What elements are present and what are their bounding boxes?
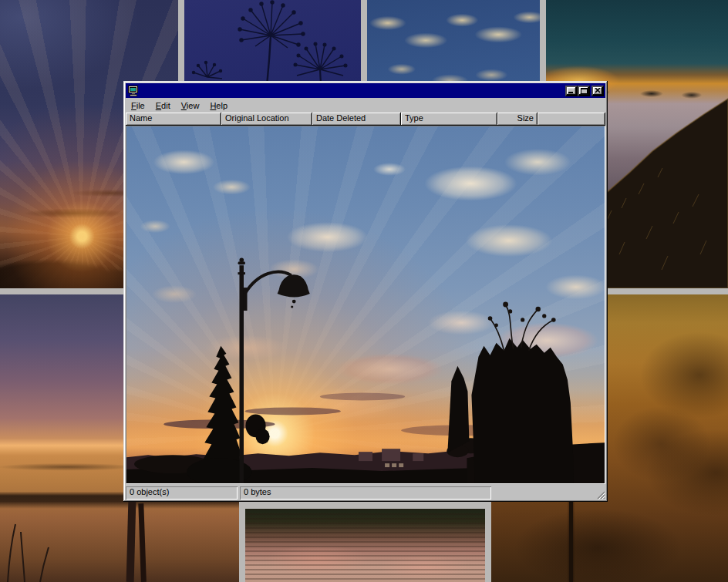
menu-bar: File Edit View Help: [126, 98, 605, 113]
distant-buildings-lights: [385, 463, 403, 467]
maximize-button[interactable]: [578, 86, 590, 96]
lamp-post-silhouette: [238, 257, 309, 483]
menu-view[interactable]: View: [176, 99, 205, 112]
status-bar: 0 object(s) 0 bytes: [126, 484, 605, 500]
maximize-icon: [581, 88, 588, 94]
column-header-date-deleted[interactable]: Date Deleted: [312, 113, 401, 126]
wallpaper-tile-water-reflection: [245, 509, 485, 582]
minimize-icon: [568, 88, 575, 93]
window-titlebar[interactable]: [126, 83, 605, 98]
close-icon: [595, 88, 601, 93]
minimize-button[interactable]: [565, 86, 578, 96]
column-header-name[interactable]: Name: [126, 113, 221, 126]
status-size: 0 bytes: [240, 486, 491, 500]
column-header-row: Name Original Location Date Deleted Type…: [126, 113, 605, 126]
column-header-size[interactable]: Size: [497, 113, 538, 126]
resize-grip[interactable]: [595, 489, 605, 500]
menu-help[interactable]: Help: [204, 99, 233, 112]
list-view-area[interactable]: [126, 126, 605, 484]
status-object-count: 0 object(s): [126, 486, 238, 500]
column-header-original-location[interactable]: Original Location: [221, 113, 312, 126]
silhouettes-layer: [126, 126, 605, 483]
column-header-type[interactable]: Type: [401, 113, 497, 126]
computer-icon: [127, 85, 140, 97]
recycle-bin-window: File Edit View Help Name Original Locati…: [123, 81, 608, 502]
menu-edit[interactable]: Edit: [150, 99, 176, 112]
sunset-lamp-photo: [126, 126, 605, 483]
close-button[interactable]: [592, 86, 604, 96]
desktop-wallpaper: File Edit View Help Name Original Locati…: [0, 0, 728, 582]
column-header-filler[interactable]: [538, 113, 605, 126]
menu-file[interactable]: File: [126, 99, 150, 112]
